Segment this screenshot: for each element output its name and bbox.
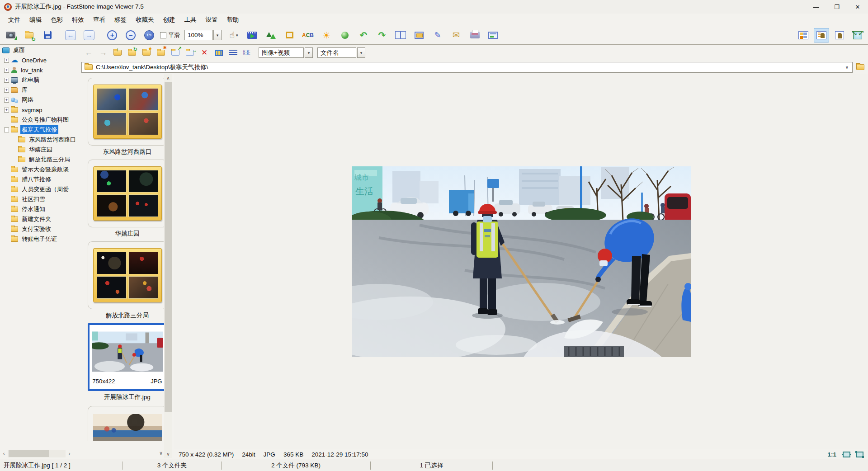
menu-favorites[interactable]: 收藏夹: [131, 14, 159, 26]
tree-item-this-pc[interactable]: + 此电脑: [0, 75, 80, 85]
slideshow-button[interactable]: [245, 27, 260, 43]
tree-item-newfolder[interactable]: 新建文件夹: [0, 214, 80, 224]
fullscreen-toggle-icon[interactable]: [856, 452, 863, 457]
address-input[interactable]: C:\Users\lov_tank\Desktop\极寒天气抢修\ ∨: [81, 62, 853, 73]
view-thumbnails-button[interactable]: [796, 28, 811, 42]
options-button[interactable]: [486, 27, 501, 43]
email-button[interactable]: ✉: [448, 27, 464, 43]
zoom-in-button[interactable]: ＋: [104, 27, 120, 43]
compare-button[interactable]: [393, 27, 408, 43]
expand-icon[interactable]: +: [4, 98, 9, 103]
tree-item-huaxi[interactable]: 华嬉庄园: [0, 145, 80, 155]
menu-help[interactable]: 帮助: [222, 14, 244, 26]
sort-order-select[interactable]: 文件名: [317, 47, 356, 58]
image-thumb-selected[interactable]: 750x422 JPG 开展除冰工作.jpg: [88, 323, 167, 401]
tree-item-desktop[interactable]: 桌面: [0, 45, 80, 55]
list-view-button[interactable]: [227, 47, 240, 59]
file-type-filter-select[interactable]: 图像+视频: [259, 47, 304, 58]
up-folder-button[interactable]: ↑: [111, 47, 124, 59]
tree-item-tingshui[interactable]: 停水通知: [0, 204, 80, 214]
tree-item-jiefang[interactable]: 解放北路三分局: [0, 155, 80, 165]
tree-item-svgmap[interactable]: + svgmap: [0, 105, 80, 115]
collapse-icon[interactable]: -: [4, 127, 9, 132]
tree-item-user[interactable]: + lov_tank: [0, 65, 80, 75]
menu-view[interactable]: 查看: [89, 14, 110, 26]
copy-to-button[interactable]: ↗: [169, 47, 182, 59]
copy-to-folder-button[interactable]: [411, 27, 427, 43]
tree-item-shequ[interactable]: 社区扫雪: [0, 194, 80, 204]
detail-view-button[interactable]: b-b-b-b-b-b-: [241, 47, 254, 59]
new-folder-button[interactable]: ✱: [155, 47, 167, 59]
acquire-button[interactable]: [3, 27, 18, 43]
redo-button[interactable]: ↷: [374, 27, 390, 43]
tree-item-laba[interactable]: 腊八节抢修: [0, 174, 80, 184]
expand-icon[interactable]: +: [4, 88, 9, 93]
menu-edit[interactable]: 编辑: [25, 14, 46, 26]
view-fullscreen-button[interactable]: [850, 28, 865, 42]
tree-item-zhifubao[interactable]: 支付宝验收: [0, 224, 80, 234]
tree-item-libraries[interactable]: + 库: [0, 85, 80, 95]
folder-history-button[interactable]: [854, 62, 866, 73]
zoom-level-select[interactable]: 100%: [184, 30, 212, 40]
menu-settings[interactable]: 设置: [201, 14, 222, 26]
scroll-down-button[interactable]: ∨: [164, 450, 172, 458]
expand-icon[interactable]: +: [4, 58, 9, 63]
tree-item-network[interactable]: + 网络: [0, 95, 80, 105]
undo-button[interactable]: ↶: [356, 27, 371, 43]
previous-image-button[interactable]: ←: [63, 27, 78, 43]
scroll-up-button[interactable]: ∧: [164, 74, 172, 82]
batch-convert-button[interactable]: ↻: [21, 27, 37, 43]
scroll-left-button[interactable]: ‹: [0, 450, 8, 457]
zoom-level-dropdown-button[interactable]: ▾: [213, 30, 222, 40]
menu-colors[interactable]: 色彩: [46, 14, 67, 26]
menu-create[interactable]: 创建: [159, 14, 180, 26]
tree-item-promo[interactable]: 公众号推广物料图: [0, 115, 80, 125]
tree-item-zhuanzhang[interactable]: 转账电子凭证: [0, 234, 80, 244]
scroll-thumb[interactable]: [9, 450, 49, 457]
menu-tools[interactable]: 工具: [180, 14, 201, 26]
filter-dropdown-button[interactable]: ▾: [305, 47, 313, 58]
restore-button[interactable]: ❐: [826, 0, 847, 14]
scroll-right-button[interactable]: ›: [66, 450, 73, 457]
resize-button[interactable]: [263, 27, 278, 43]
tree-item-jingshi[interactable]: 警示大会暨廉政谈: [0, 165, 80, 174]
close-button[interactable]: ✕: [847, 0, 868, 14]
hand-tool-button[interactable]: ☝▾: [226, 27, 241, 43]
expand-icon[interactable]: +: [4, 68, 9, 73]
actual-size-button[interactable]: 1:1: [142, 27, 157, 43]
fit-window-icon[interactable]: [843, 452, 850, 457]
history-forward-button[interactable]: →: [97, 47, 109, 59]
expand-icon[interactable]: +: [4, 108, 9, 113]
adjust-colors-button[interactable]: ☀: [319, 27, 334, 43]
refresh-folder-button[interactable]: ↻: [126, 47, 138, 59]
draw-button[interactable]: ✎: [430, 27, 445, 43]
next-image-button[interactable]: →: [81, 27, 97, 43]
folder-thumb-huaxi[interactable]: 华嬉庄园: [88, 160, 167, 238]
print-button[interactable]: [467, 27, 482, 43]
menu-file[interactable]: 文件: [4, 14, 25, 26]
save-as-button[interactable]: [40, 27, 55, 43]
crop-button[interactable]: [282, 27, 297, 43]
view-windowed-button[interactable]: [832, 28, 847, 42]
history-back-button[interactable]: ←: [82, 47, 95, 59]
tree-item-onedrive[interactable]: + ☁ OneDrive: [0, 55, 80, 65]
address-dropdown-icon[interactable]: ∨: [844, 65, 849, 70]
menu-effects[interactable]: 特效: [67, 14, 89, 26]
image-thumb-partial[interactable]: [88, 406, 167, 441]
view-browser-button[interactable]: [814, 28, 829, 42]
scroll-thumb[interactable]: [165, 82, 172, 412]
minimize-button[interactable]: —: [806, 0, 826, 14]
delete-button[interactable]: ✕: [198, 47, 211, 59]
effects-button[interactable]: [337, 27, 353, 43]
sort-dropdown-button[interactable]: ▾: [357, 47, 365, 58]
expand-icon[interactable]: +: [4, 78, 9, 83]
preview-area[interactable]: 生活 城市: [174, 74, 868, 449]
panel-scroll-down-icon[interactable]: ∨: [159, 450, 163, 456]
menu-tag[interactable]: 标签: [110, 14, 131, 26]
tree-item-extreme-weather[interactable]: - 极寒天气抢修: [0, 125, 80, 135]
folder-thumb-jiefang[interactable]: 解放北路三分局: [88, 241, 167, 320]
favorites-folder-button[interactable]: ★: [140, 47, 153, 59]
preview-photo[interactable]: 生活 城市: [352, 166, 691, 357]
folder-thumb-dongfeng[interactable]: 东风路岔河西路口: [88, 78, 167, 156]
scroll-track[interactable]: [8, 450, 66, 457]
